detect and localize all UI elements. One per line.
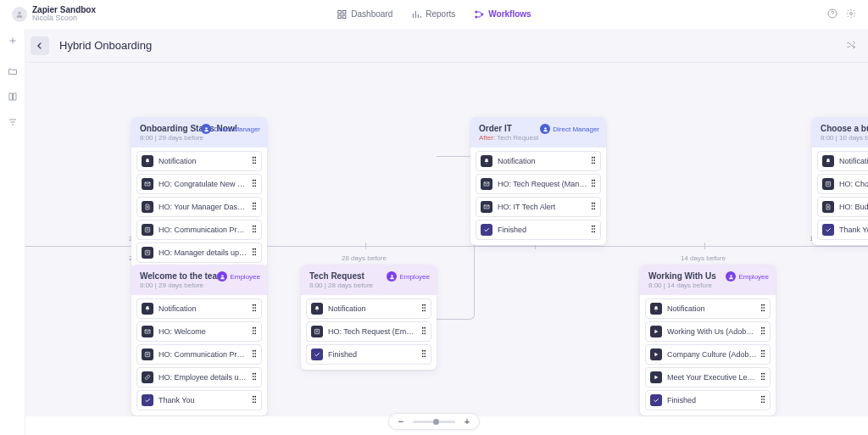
- svg-point-139: [424, 333, 426, 335]
- drag-handle-icon[interactable]: [591, 179, 596, 189]
- card-header[interactable]: Onboarding Starts Now!8:00 | 29 days bef…: [131, 117, 267, 148]
- drag-handle-icon[interactable]: [252, 349, 257, 360]
- svg-point-19: [253, 182, 254, 184]
- card-step[interactable]: Finished: [306, 344, 431, 365]
- card-step[interactable]: Notification: [306, 298, 431, 319]
- card-step[interactable]: HO: Congratulate New Hire: [136, 174, 262, 194]
- card-step[interactable]: Finished: [645, 390, 771, 410]
- drag-handle-icon[interactable]: [760, 304, 765, 314]
- svg-point-13: [253, 159, 254, 161]
- card-step-label: HO: Tech Request (Employee): [328, 327, 418, 336]
- zoom-in-button[interactable]: +: [462, 416, 472, 427]
- svg-point-154: [763, 327, 765, 329]
- zoom-slider[interactable]: [413, 421, 455, 423]
- drag-handle-icon[interactable]: [760, 395, 765, 405]
- card-step[interactable]: Notification: [476, 151, 601, 171]
- card-step[interactable]: HO: Buddy d: [817, 197, 868, 217]
- card-step[interactable]: HO: Tech Request (Employee): [306, 321, 431, 342]
- shuffle-icon[interactable]: [846, 40, 856, 52]
- drag-handle-icon[interactable]: [252, 202, 257, 212]
- card-step[interactable]: Notification: [817, 151, 868, 171]
- drag-handle-icon[interactable]: [760, 326, 765, 337]
- card-step[interactable]: Notification: [136, 151, 262, 171]
- workflow-card[interactable]: Welcome to the team8:00 | 29 days before…: [131, 265, 267, 415]
- workspace-block[interactable]: Zapier Sandbox Nicola Scoon: [32, 5, 96, 23]
- settings-icon[interactable]: [846, 8, 856, 20]
- drag-handle-icon[interactable]: [252, 248, 257, 258]
- card-step[interactable]: Company Culture (Adobe Spark): [645, 344, 771, 365]
- play-icon: [650, 349, 662, 360]
- drag-handle-icon[interactable]: [252, 326, 257, 337]
- drag-handle-icon[interactable]: [252, 304, 257, 314]
- svg-point-41: [253, 254, 254, 256]
- card-header[interactable]: Choose a buddy8:00 | 10 days beforeDirec…: [812, 117, 868, 148]
- nav-reports[interactable]: Reports: [411, 9, 455, 20]
- drag-handle-icon[interactable]: [760, 349, 765, 360]
- card-step[interactable]: Notification: [136, 298, 262, 319]
- svg-point-108: [253, 350, 254, 352]
- drag-handle-icon[interactable]: [252, 156, 257, 166]
- drag-handle-icon[interactable]: [252, 225, 257, 235]
- workflow-card[interactable]: Onboarding Starts Now!8:00 | 29 days bef…: [131, 117, 267, 268]
- svg-point-160: [763, 350, 765, 352]
- back-button[interactable]: [31, 36, 49, 55]
- svg-point-99: [253, 310, 254, 312]
- zoom-out-button[interactable]: −: [396, 416, 406, 427]
- workflow-canvas[interactable]: 28 days before14 days before 29 days bef…: [25, 63, 868, 416]
- rail-add-icon[interactable]: [8, 36, 18, 47]
- card-step-label: HO: Congratulate New Hire: [159, 180, 248, 188]
- drag-handle-icon[interactable]: [252, 179, 257, 189]
- card-step[interactable]: Finished: [476, 220, 601, 240]
- drag-handle-icon[interactable]: [252, 395, 257, 405]
- rail-folder-icon[interactable]: [8, 66, 18, 78]
- card-step[interactable]: Working With Us (Adobe Spark): [645, 321, 771, 342]
- card-step[interactable]: Notification: [645, 298, 771, 319]
- card-step[interactable]: HO: Your Manager Dashboard: [136, 197, 262, 217]
- workflow-card[interactable]: Tech Request8:00 | 28 days beforeEmploye…: [301, 265, 437, 370]
- drag-handle-icon[interactable]: [591, 225, 596, 235]
- card-step[interactable]: HO: IT Tech Alert: [476, 197, 601, 217]
- card-step[interactable]: Thank You: [817, 220, 868, 240]
- svg-point-14: [254, 159, 256, 161]
- svg-point-135: [424, 327, 426, 329]
- rail-book-icon[interactable]: [8, 92, 18, 103]
- svg-point-111: [254, 353, 256, 354]
- card-step[interactable]: HO: Choose: [817, 174, 868, 194]
- mail-icon: [481, 201, 492, 213]
- role-badge-direct-manager: Direct Manager: [201, 124, 260, 134]
- card-step-label: Finished: [667, 396, 757, 404]
- card-step[interactable]: HO: Tech Request (Manager): [476, 174, 601, 194]
- card-step[interactable]: Thank You: [136, 390, 262, 410]
- card-header[interactable]: Tech Request8:00 | 28 days beforeEmploye…: [301, 265, 437, 295]
- card-step-label: Company Culture (Adobe Spark): [667, 350, 757, 359]
- card-header[interactable]: Order ITAfter: Tech RequestDirect Manage…: [470, 117, 606, 148]
- workflow-card[interactable]: Order ITAfter: Tech RequestDirect Manage…: [470, 117, 606, 245]
- card-header[interactable]: Working With Us8:00 | 14 days beforeEmpl…: [640, 265, 776, 295]
- card-header[interactable]: Welcome to the team8:00 | 29 days before…: [131, 265, 267, 295]
- nav-dashboard[interactable]: Dashboard: [337, 9, 392, 20]
- drag-handle-icon[interactable]: [760, 372, 765, 382]
- svg-point-58: [592, 205, 593, 207]
- svg-point-122: [253, 399, 254, 400]
- drag-handle-icon[interactable]: [421, 326, 426, 337]
- card-step[interactable]: HO: Communication Preference (…: [136, 220, 262, 240]
- rail-filter-icon[interactable]: [8, 117, 18, 129]
- card-step[interactable]: HO: Employee details update: [136, 367, 262, 388]
- user-avatar[interactable]: [12, 7, 27, 22]
- drag-handle-icon[interactable]: [252, 372, 257, 382]
- drag-handle-icon[interactable]: [421, 304, 426, 314]
- role-badge-direct-manager: Direct Manager: [540, 124, 599, 134]
- drag-handle-icon[interactable]: [421, 349, 426, 360]
- card-step[interactable]: Meet Your Executive Leadership T…: [645, 367, 771, 388]
- nav-workflows[interactable]: Workflows: [474, 9, 531, 20]
- drag-handle-icon[interactable]: [591, 156, 596, 166]
- card-step[interactable]: HO: Manager details update: [136, 243, 262, 263]
- workflow-card[interactable]: Choose a buddy8:00 | 10 days beforeDirec…: [812, 117, 868, 245]
- card-step-label: Working With Us (Adobe Spark): [667, 327, 757, 336]
- workflow-card[interactable]: Working With Us8:00 | 14 days beforeEmpl…: [640, 265, 776, 415]
- card-step[interactable]: HO: Welcome: [136, 321, 262, 342]
- help-icon[interactable]: [827, 8, 837, 20]
- card-step[interactable]: HO: Communication Preference: [136, 344, 262, 365]
- drag-handle-icon[interactable]: [591, 202, 596, 212]
- left-rail: [0, 29, 25, 435]
